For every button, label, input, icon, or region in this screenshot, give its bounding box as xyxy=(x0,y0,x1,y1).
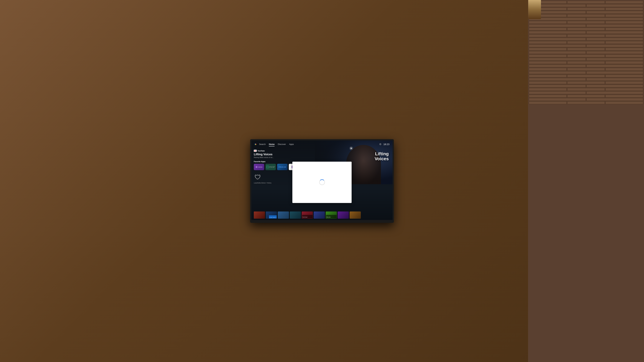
youtube-section: YouTube Lifting Voices Raising Black voi… xyxy=(254,150,390,158)
nav-discover-label[interactable]: Discover xyxy=(278,142,286,146)
nav-right-items: ⚙ 18:23 xyxy=(379,143,390,146)
perfect-player-icon: P xyxy=(266,166,269,168)
search-nav-item[interactable]: Search xyxy=(254,142,266,146)
nav-left-items: Search Home Discover Apps xyxy=(254,142,294,146)
svg-point-6 xyxy=(256,144,256,145)
tv-base xyxy=(287,221,357,222)
time-display: 18:23 xyxy=(383,143,390,146)
android-tv-ui: Lifting Voices xyxy=(252,140,392,220)
shield-icon: 🛡 xyxy=(254,174,261,180)
corner-decoration xyxy=(528,0,541,19)
settings-icon[interactable]: ⚙ xyxy=(379,143,382,146)
video-subtitle: Raising Black voices of str... xyxy=(254,157,390,158)
app-streamlink[interactable]: STREAM LINK xyxy=(277,164,288,170)
app-stremio[interactable]: stremio xyxy=(254,164,264,170)
perfect-player-label: Perfect Playerby NIKLABS xyxy=(269,166,275,168)
tv-outer-frame: Lifting Voices xyxy=(250,139,394,223)
tv-screen: Lifting Voices xyxy=(252,140,392,220)
stremio-icon xyxy=(256,166,258,168)
loading-overlay xyxy=(292,162,352,203)
loading-spinner xyxy=(319,179,325,185)
nav-search-label[interactable]: Search xyxy=(259,142,266,146)
streamlink-label: STREAM LINK xyxy=(278,166,286,168)
nav-home-label[interactable]: Home xyxy=(269,142,274,146)
brick-wall-panel xyxy=(528,0,644,362)
top-navigation: Search Home Discover Apps ⚙ 18:23 xyxy=(252,140,392,147)
video-title: Lifting Voices xyxy=(254,153,390,156)
youtube-icon xyxy=(254,150,257,152)
app-perfect-player[interactable]: P Perfect Playerby NIKLABS xyxy=(266,164,276,170)
youtube-play-icon xyxy=(255,150,256,151)
youtube-logo: YouTube xyxy=(254,150,390,152)
nav-apps-label[interactable]: Apps xyxy=(289,142,294,146)
google-assistant-icon xyxy=(254,143,258,146)
tv-stand xyxy=(301,220,343,221)
lazymedia-icon-container: 🛡 xyxy=(254,173,262,181)
youtube-logo-text: YouTube xyxy=(258,150,265,152)
play-icon xyxy=(351,147,352,149)
stremio-label: stremio xyxy=(258,166,262,168)
